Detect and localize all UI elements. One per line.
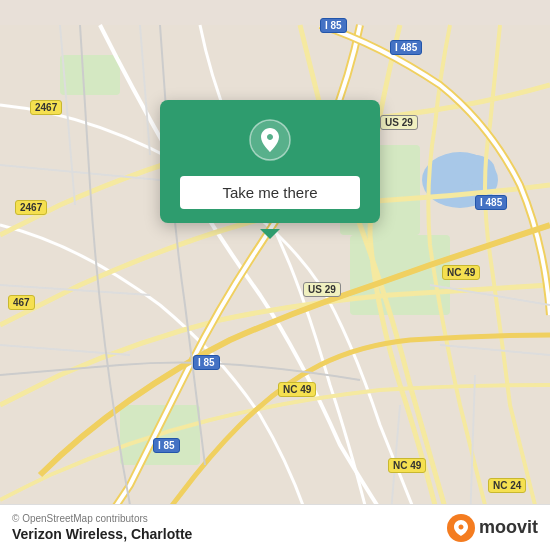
map-popup: Take me there bbox=[160, 100, 380, 223]
road-label-us29-mid: US 29 bbox=[303, 282, 341, 297]
road-label-i485-top: I 485 bbox=[390, 40, 422, 55]
svg-rect-3 bbox=[60, 55, 120, 95]
road-label-nc49-br: NC 49 bbox=[388, 458, 426, 473]
map-container: I 85 I 485 US 29 2467 2467 467 I 485 US … bbox=[0, 0, 550, 550]
road-label-i85-bottom: I 85 bbox=[193, 355, 220, 370]
location-title: Verizon Wireless, Charlotte bbox=[12, 526, 192, 542]
road-label-i85-top: I 85 bbox=[320, 18, 347, 33]
road-label-2467-left2: 2467 bbox=[15, 200, 47, 215]
location-pin-icon bbox=[248, 118, 292, 162]
road-label-467-left: 467 bbox=[8, 295, 35, 310]
svg-point-6 bbox=[455, 155, 495, 185]
road-label-i485-right: I 485 bbox=[475, 195, 507, 210]
moovit-logo: moovit bbox=[447, 514, 538, 542]
road-label-nc24-br: NC 24 bbox=[488, 478, 526, 493]
bottom-left-info: © OpenStreetMap contributors Verizon Wir… bbox=[12, 513, 192, 542]
moovit-pin-icon bbox=[447, 514, 475, 542]
road-label-us29-top: US 29 bbox=[380, 115, 418, 130]
moovit-brand-text: moovit bbox=[479, 517, 538, 538]
road-label-i85-bl: I 85 bbox=[153, 438, 180, 453]
take-me-there-button[interactable]: Take me there bbox=[180, 176, 360, 209]
svg-point-17 bbox=[447, 514, 475, 542]
copyright-text: © OpenStreetMap contributors bbox=[12, 513, 192, 524]
road-label-2467-left: 2467 bbox=[30, 100, 62, 115]
road-label-nc49-right: NC 49 bbox=[442, 265, 480, 280]
road-label-nc49-bottom: NC 49 bbox=[278, 382, 316, 397]
bottom-bar: © OpenStreetMap contributors Verizon Wir… bbox=[0, 504, 550, 550]
